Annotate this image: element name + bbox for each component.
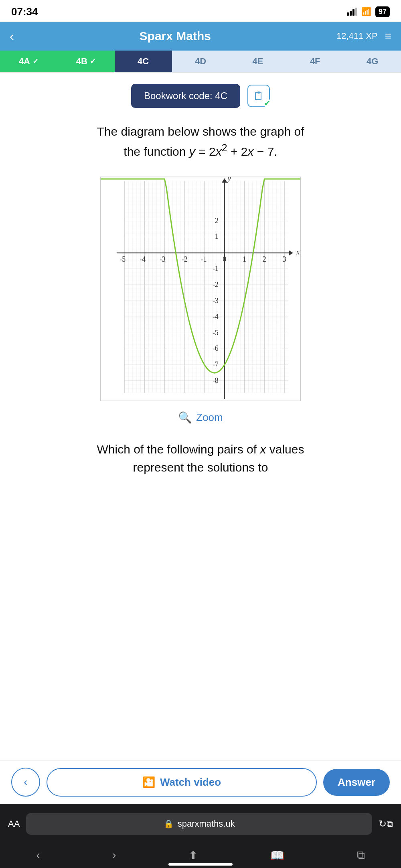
bookwork-icon: 🗒 ✔ [247, 85, 270, 107]
status-icons: 📶 97 [347, 6, 390, 17]
tabs-button[interactable]: ⧉ [387, 819, 393, 829]
sub-question-line1: Which of the following pairs of x values [97, 443, 304, 456]
tab-4b[interactable]: 4B ✓ [57, 51, 115, 72]
bookwork-check-icon: ✔ [264, 98, 271, 108]
zoom-icon: 🔍 [178, 411, 192, 424]
tab-bar: 4A ✓ 4B ✓ 4C 4D 4E 4F 4G [0, 51, 401, 73]
home-indicator [168, 863, 233, 866]
video-icon: 🎦 [142, 776, 155, 789]
status-bar: 07:34 📶 97 [0, 0, 401, 22]
answer-button[interactable]: Answer [323, 769, 390, 796]
app-title: Sparx Maths [140, 29, 211, 43]
tab-4e-label: 4E [252, 56, 263, 67]
zoom-row: 🔍 Zoom [13, 411, 388, 424]
checklist-icon: 🗒 [253, 89, 264, 103]
sub-question-line2: represent the solutions to [133, 461, 268, 474]
previous-button[interactable]: ‹ [11, 768, 40, 797]
chevron-left-icon: ‹ [24, 776, 27, 789]
tab-4f[interactable]: 4F [286, 51, 344, 72]
lock-icon: 🔒 [164, 819, 174, 829]
tab-4g[interactable]: 4G [344, 51, 401, 72]
answer-label: Answer [338, 776, 375, 788]
svg-text:-4: -4 [213, 313, 219, 321]
watch-video-label: Watch video [160, 776, 221, 789]
browser-url-text: sparxmaths.uk [178, 819, 235, 829]
tab-4c-label: 4C [138, 56, 149, 67]
svg-text:x: x [296, 248, 300, 256]
svg-text:0: 0 [223, 255, 226, 263]
share-button[interactable]: ⬆ [180, 849, 206, 862]
function-graph[interactable]: -5 -4 -3 -2 -1 0 1 2 3 2 1 -1 -2 -3 -4 -… [100, 177, 301, 401]
wifi-icon: 📶 [361, 7, 371, 16]
svg-text:3: 3 [283, 255, 286, 263]
svg-text:2: 2 [215, 217, 219, 225]
svg-text:-8: -8 [213, 376, 219, 384]
battery-indicator: 97 [375, 6, 390, 17]
reload-button[interactable]: ↻ [379, 818, 387, 829]
question-line2: the function y = 2x2 + 2x − 7. [124, 145, 277, 158]
status-time: 07:34 [11, 6, 38, 18]
svg-text:1: 1 [215, 233, 219, 241]
browser-back-button[interactable]: ‹ [28, 849, 48, 862]
tab-4g-label: 4G [367, 56, 378, 67]
question-text: The diagram below shows the graph of the… [13, 122, 388, 161]
svg-text:-3: -3 [160, 255, 166, 263]
tab-4a-check: ✓ [32, 57, 38, 66]
svg-text:-1: -1 [201, 255, 207, 263]
tab-4d-label: 4D [195, 56, 206, 67]
tab-4e[interactable]: 4E [229, 51, 286, 72]
tab-4f-label: 4F [310, 56, 320, 67]
menu-button[interactable]: ≡ [385, 30, 391, 43]
tab-4b-label: 4B [76, 56, 87, 67]
zoom-button[interactable]: 🔍 Zoom [178, 411, 223, 424]
svg-text:-3: -3 [213, 297, 219, 305]
tab-4a[interactable]: 4A ✓ [0, 51, 57, 72]
svg-text:1: 1 [243, 255, 246, 263]
tab-4a-label: 4A [19, 56, 30, 67]
svg-text:-7: -7 [213, 360, 219, 368]
browser-bar: AA 🔒 sparxmaths.uk ↻ ⧉ [0, 804, 401, 844]
bookwork-badge: Bookwork code: 4C [131, 84, 240, 108]
app-header: ‹ Sparx Maths 12,411 XP ≡ [0, 22, 401, 51]
svg-text:y: y [227, 177, 231, 183]
svg-text:-5: -5 [119, 255, 126, 263]
back-button[interactable]: ‹ [10, 29, 14, 44]
bookwork-row: Bookwork code: 4C 🗒 ✔ [13, 84, 388, 108]
svg-text:2: 2 [263, 255, 266, 263]
tab-4c[interactable]: 4C [115, 51, 172, 72]
question-line1: The diagram below shows the graph of [97, 125, 304, 138]
bookmarks-button[interactable]: 📖 [262, 849, 292, 862]
svg-text:-2: -2 [213, 281, 219, 289]
svg-text:-6: -6 [213, 344, 219, 352]
browser-url-bar[interactable]: 🔒 sparxmaths.uk [26, 813, 372, 835]
tab-4b-check: ✓ [90, 57, 96, 66]
browser-aa-button[interactable]: AA [8, 819, 20, 829]
svg-text:-2: -2 [182, 255, 188, 263]
graph-container: -5 -4 -3 -2 -1 0 1 2 3 2 1 -1 -2 -3 -4 -… [13, 177, 388, 401]
signal-icon [347, 8, 357, 16]
main-content: Bookwork code: 4C 🗒 ✔ The diagram below … [0, 73, 401, 512]
tab-4d[interactable]: 4D [172, 51, 229, 72]
watch-video-button[interactable]: 🎦 Watch video [47, 768, 317, 797]
xp-display: 12,411 XP [336, 31, 378, 41]
bottom-action-bar: ‹ 🎦 Watch video Answer [0, 760, 401, 804]
svg-text:-1: -1 [213, 264, 219, 272]
svg-text:-4: -4 [140, 255, 146, 263]
browser-tabs-count-button[interactable]: ⧉ [349, 849, 373, 862]
zoom-label: Zoom [196, 411, 223, 424]
header-right: 12,411 XP ≡ [336, 30, 391, 43]
svg-text:-5: -5 [213, 329, 219, 337]
sub-question-text: Which of the following pairs of x values… [13, 440, 388, 476]
browser-forward-button[interactable]: › [104, 849, 124, 862]
